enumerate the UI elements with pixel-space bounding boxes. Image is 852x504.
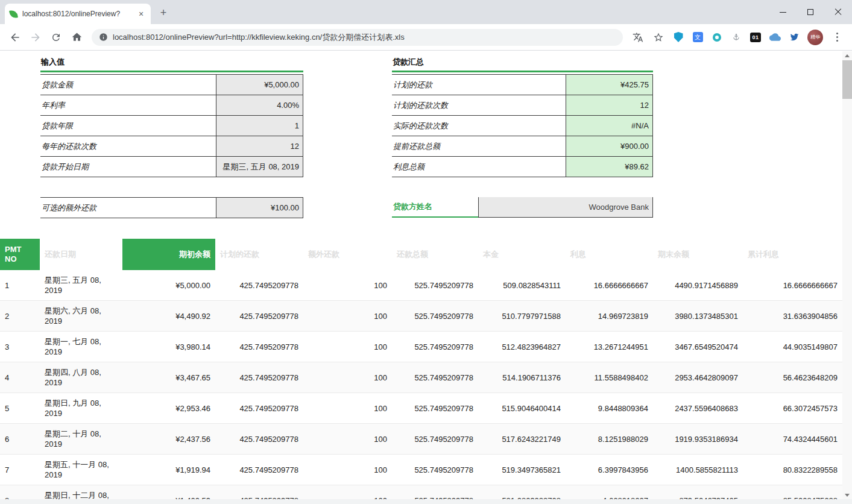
- translate-icon: [633, 32, 643, 43]
- schedule-cell: 100: [303, 362, 392, 393]
- schedule-cell: 510.7797971588: [478, 301, 566, 332]
- schedule-cell: ¥1,400.59: [122, 485, 215, 500]
- schedule-cell: 525.7495209778: [392, 455, 478, 485]
- schedule-cell: 星期四, 八月 08, 2019: [40, 362, 122, 393]
- schedule-header: PMT NO: [0, 239, 40, 270]
- translate-page-button[interactable]: [630, 29, 646, 46]
- schedule-cell: 425.7495209778: [215, 270, 303, 301]
- schedule-cell: 525.7495209778: [392, 424, 478, 455]
- cloud-extension-button[interactable]: [767, 29, 783, 46]
- minimize-button[interactable]: [769, 0, 797, 24]
- schedule-cell: 521.0809023708: [478, 485, 566, 500]
- schedule-cell: 13.2671244951: [566, 332, 653, 362]
- panel-row: 计划的还款¥425.75: [392, 75, 653, 95]
- address-bar[interactable]: localhost:8012/onlinePreview?url=http://…: [92, 29, 623, 46]
- schedule-cell: 85.5008475628: [743, 485, 842, 500]
- schedule-header: 期末余额: [653, 239, 743, 270]
- schedule-row: 3星期一, 七月 08, 2019¥3,980.14425.7495209778…: [0, 332, 842, 362]
- schedule-row: 2星期六, 六月 08, 2019¥4,490.92425.7495209778…: [0, 301, 842, 332]
- forward-button[interactable]: [27, 29, 44, 46]
- row-label: 每年的还款次数: [40, 136, 216, 156]
- shield-icon: [674, 32, 683, 42]
- schedule-cell: 80.8322289558: [743, 455, 842, 485]
- shield-extension-button[interactable]: [671, 29, 686, 46]
- schedule-cell: 3: [0, 332, 40, 362]
- anchor-extension-button[interactable]: [728, 29, 744, 46]
- panel-row: 利息总额¥89.62: [392, 157, 653, 177]
- schedule-header: 期初余额: [122, 239, 215, 270]
- ring-icon: [713, 33, 721, 42]
- schedule-cell: 4: [0, 362, 40, 393]
- info-icon[interactable]: [99, 33, 108, 42]
- extensions-area: 文 01: [669, 29, 804, 46]
- tab-close-icon[interactable]: [136, 9, 146, 19]
- input-rows: 贷款金额¥5,000.00年利率4.00%贷款年限1每年的还款次数12贷款开始日…: [40, 74, 303, 177]
- row-value: ¥425.75: [566, 75, 653, 95]
- extra-payment-row: 可选的额外还款 ¥100.00: [40, 198, 303, 218]
- schedule-table: PMT NO还款日期期初余额计划的还款额外还款还款总额本金利息期末余额累计利息 …: [0, 239, 842, 499]
- row-label: 利息总额: [392, 157, 566, 177]
- schedule-cell: ¥2,437.56: [122, 424, 215, 455]
- top-section: 输入值 贷款金额¥5,000.00年利率4.00%贷款年限1每年的还款次数12贷…: [0, 51, 842, 218]
- schedule-cell: 2953.4642809097: [653, 362, 743, 393]
- row-value: ¥100.00: [216, 198, 303, 218]
- browser-window: localhost:8012/onlinePreview? localhost:…: [0, 0, 852, 504]
- schedule-cell: 2: [0, 301, 40, 332]
- schedule-row: 1星期三, 五月 08, 2019¥5,000.00425.7495209778…: [0, 270, 842, 301]
- schedule-header: 还款日期: [40, 239, 122, 270]
- preview-content: 输入值 贷款金额¥5,000.00年利率4.00%贷款年限1每年的还款次数12贷…: [0, 51, 842, 499]
- browser-extension-button[interactable]: [709, 29, 725, 46]
- row-label: 计划的还款次数: [392, 95, 566, 115]
- lender-label: 贷款方姓名: [392, 197, 478, 218]
- home-icon: [71, 31, 83, 43]
- schedule-cell: 100: [303, 424, 392, 455]
- tab-title: localhost:8012/onlinePreview?: [22, 10, 131, 18]
- schedule-cell: 425.7495209778: [215, 332, 303, 362]
- vertical-scrollbar[interactable]: [842, 51, 852, 499]
- panel-row: 实际的还款次数#N/A: [392, 116, 653, 136]
- extra-payment-section: 可选的额外还款 ¥100.00: [40, 197, 303, 218]
- schedule-header: 还款总额: [392, 239, 478, 270]
- schedule-cell: ¥2,953.46: [122, 393, 215, 424]
- schedule-cell: 525.7495209778: [392, 362, 478, 393]
- profile-avatar[interactable]: 精华: [807, 30, 823, 45]
- close-icon: [834, 8, 842, 16]
- schedule-cell: 星期三, 五月 08, 2019: [40, 270, 122, 301]
- back-button[interactable]: [7, 29, 24, 46]
- schedule-cell: 425.7495209778: [215, 393, 303, 424]
- schedule-cell: 514.1906711376: [478, 362, 566, 393]
- schedule-cell: 星期日, 十二月 08, 2019: [40, 485, 122, 500]
- schedule-cell: 425.7495209778: [215, 455, 303, 485]
- bookmark-button[interactable]: [650, 29, 667, 46]
- schedule-head-row: PMT NO还款日期期初余额计划的还款额外还款还款总额本金利息期末余额累计利息: [0, 239, 842, 270]
- translate-extension-button[interactable]: 文: [690, 29, 705, 46]
- schedule-cell: 100: [303, 485, 392, 500]
- back-icon: [9, 31, 21, 43]
- bird-extension-button[interactable]: [786, 29, 802, 46]
- scroll-down-button[interactable]: [842, 491, 852, 499]
- panel-row: 年利率4.00%: [40, 95, 303, 116]
- schedule-cell: 100: [303, 393, 392, 424]
- schedule-cell: 525.7495209778: [392, 332, 478, 362]
- refresh-button[interactable]: [48, 29, 65, 46]
- schedule-cell: 1919.9353186934: [653, 424, 743, 455]
- home-button[interactable]: [68, 29, 85, 46]
- scroll-up-button[interactable]: [842, 51, 852, 60]
- window-controls: [769, 0, 852, 24]
- scroll-thumb[interactable]: [842, 60, 852, 99]
- browser-tab[interactable]: localhost:8012/onlinePreview?: [5, 4, 151, 24]
- schedule-cell: ¥3,980.14: [122, 332, 215, 362]
- row-label: 实际的还款次数: [392, 116, 566, 136]
- close-button[interactable]: [824, 0, 852, 24]
- row-label: 贷款开始日期: [40, 157, 216, 177]
- schedule-cell: 66.3072457573: [743, 393, 842, 424]
- schedule-cell: 7: [0, 455, 40, 485]
- panel-row: 计划的还款次数12: [392, 95, 653, 116]
- menu-button[interactable]: [828, 29, 845, 46]
- lender-value: Woodgrove Bank: [478, 197, 653, 218]
- onetab-extension-button[interactable]: 01: [748, 29, 763, 46]
- star-icon: [653, 32, 664, 43]
- maximize-button[interactable]: [797, 0, 824, 24]
- new-tab-button[interactable]: [157, 6, 170, 19]
- summary-panel: 贷款汇总 计划的还款¥425.75计划的还款次数12实际的还款次数#N/A提前还…: [392, 55, 653, 218]
